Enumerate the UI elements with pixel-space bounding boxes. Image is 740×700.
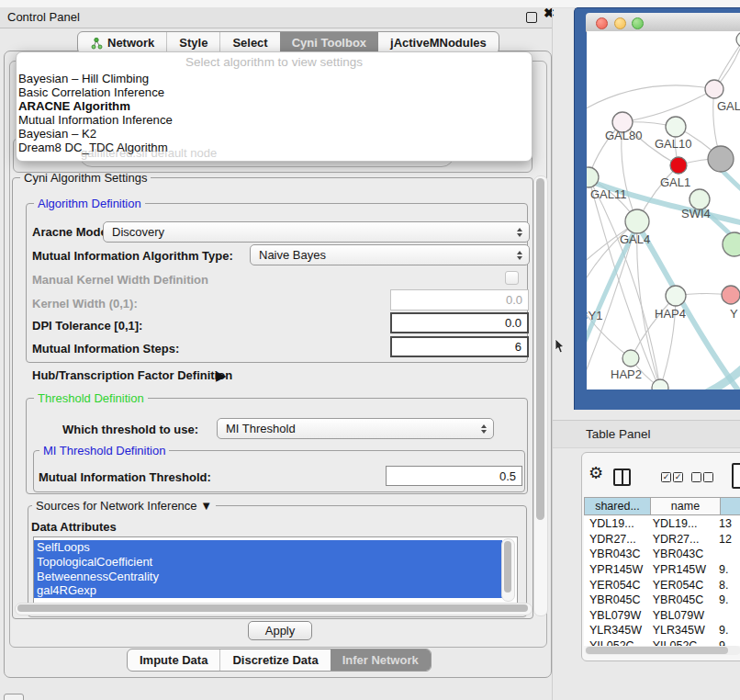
deselect-checkbox-icon2[interactable]	[703, 472, 713, 482]
table-cell: YDL19...	[584, 517, 647, 530]
sources-collapse-arrow-icon[interactable]: ▼	[200, 499, 212, 513]
settings-hscroll-track[interactable]	[15, 603, 533, 615]
table-row[interactable]: YIL052CYIL052C9.	[584, 638, 740, 646]
combo-arrows-icon	[517, 228, 522, 237]
table-cell: YPR145W	[647, 563, 713, 576]
network-node-top[interactable]	[736, 32, 740, 47]
tab-discretize-data-label: Discretize Data	[232, 653, 318, 667]
mi-steps-input[interactable]: 6	[390, 336, 529, 357]
aracne-mode-combo[interactable]: Discovery	[103, 221, 530, 243]
network-edge	[622, 89, 714, 122]
mi-threshold-input[interactable]: 0.5	[386, 466, 522, 486]
select-all-checkbox-icon2[interactable]: ✓	[673, 472, 683, 482]
column-header-shared[interactable]: shared...	[584, 497, 651, 515]
cyni-settings-title: Cyni Algorithm Settings	[20, 171, 151, 185]
threshold-definition-title: Threshold Definition	[34, 391, 148, 405]
table-row[interactable]: YBR045CYBR045C9.	[584, 593, 740, 608]
settings-vscroll-track[interactable]	[533, 175, 548, 616]
network-node-hap2[interactable]	[622, 350, 639, 367]
tab-impute-data[interactable]: Impute Data	[128, 649, 219, 671]
attributes-vscroll-track[interactable]	[501, 538, 515, 602]
kernel-width-input[interactable]: 0.0	[390, 289, 529, 310]
panel-splitter[interactable]	[552, 7, 553, 700]
table-row[interactable]: YPR145WYPR145W9.	[584, 562, 740, 578]
attribute-list-item[interactable]: BetweennessCentrality	[34, 570, 502, 584]
table-hscroll-thumb[interactable]	[586, 647, 728, 654]
split-columns-icon[interactable]	[613, 469, 631, 486]
apply-button[interactable]: Apply	[248, 621, 312, 640]
network-node-hap4[interactable]	[666, 286, 686, 306]
tab-select[interactable]: Select	[219, 32, 279, 53]
tab-jactivemnodules[interactable]: jActiveMNodules	[378, 32, 499, 53]
algorithm-option[interactable]: Bayesian – Hill Climbing	[18, 72, 530, 85]
table-row[interactable]: YBR043CYBR043C	[584, 547, 740, 562]
attribute-list-item[interactable]: SelfLoops	[34, 540, 502, 555]
tab-network[interactable]: Network	[78, 32, 166, 53]
dpi-tolerance-input[interactable]: 0.0	[390, 312, 529, 333]
network-node-salmon[interactable]	[722, 286, 740, 304]
network-node-gal4[interactable]	[625, 209, 649, 233]
sources-title-text: Sources for Network Inference	[36, 499, 197, 513]
tab-infer-network[interactable]: Infer Network	[331, 649, 431, 671]
settings-vscroll-thumb[interactable]	[536, 178, 544, 520]
settings-hscroll-thumb[interactable]	[17, 604, 528, 612]
screen: Control Panel ✖ Network Style Select Cyn…	[0, 0, 740, 700]
network-node-biggreen[interactable]	[723, 232, 740, 256]
table-row[interactable]: YDL19...YDL19...13	[584, 516, 740, 532]
window-minimize-light[interactable]	[614, 17, 626, 29]
algorithm-option[interactable]: ARACNE Algorithm	[18, 99, 530, 113]
dropdown-ghost-text: galfiltered.sif default node	[81, 146, 217, 160]
column-header-name[interactable]: name	[651, 497, 721, 515]
network-icon	[90, 37, 103, 50]
attribute-list-item[interactable]: gal4RGexp	[34, 583, 502, 598]
float-panel-icon[interactable]	[526, 12, 537, 23]
bottom-corner-button[interactable]	[4, 694, 24, 700]
network-node-label: HAP4	[655, 307, 686, 321]
network-node-redn[interactable]	[670, 157, 687, 174]
sources-group-title: Sources for Network Inference ▼	[32, 499, 216, 513]
attribute-list-item[interactable]: TopologicalCoefficient	[34, 555, 502, 570]
data-attributes-list[interactable]: SelfLoopsTopologicalCoefficientBetweenne…	[33, 536, 518, 604]
network-node-gal7pink[interactable]	[705, 80, 723, 98]
gear-icon[interactable]: ⚙	[589, 465, 603, 481]
window-close-light[interactable]	[596, 17, 608, 29]
table-row[interactable]: YER054CYER054C8.	[584, 577, 740, 593]
tab-cyni-toolbox[interactable]: Cyni Toolbox	[280, 32, 378, 53]
network-canvas[interactable]: GALGAL80GAL10GAL1GAL11SWI4GAL4GCY1HAP4YH…	[587, 31, 740, 390]
network-node-gal10[interactable]	[666, 117, 686, 137]
algorithm-option[interactable]: Mutual Information Inference	[18, 113, 530, 127]
table-row[interactable]: YLR345WYLR345W9.	[584, 623, 740, 638]
dpi-tolerance-label: DPI Tolerance [0,1]:	[32, 319, 142, 333]
algorithm-dropdown[interactable]: Select algorithm to view settings Bayesi…	[16, 51, 533, 162]
window-zoom-light[interactable]	[632, 17, 644, 29]
network-view-window[interactable]: GALGAL80GAL10GAL1GAL11SWI4GAL4GCY1HAP4YH…	[574, 7, 740, 410]
manual-kernel-checkbox[interactable]	[505, 271, 519, 285]
which-threshold-combo[interactable]: MI Threshold	[217, 418, 494, 439]
algorithm-option[interactable]: Basic Correlation Inference	[18, 85, 530, 99]
column-header-partial[interactable]	[721, 497, 740, 515]
tab-style[interactable]: Style	[166, 32, 219, 53]
network-node-grayn[interactable]	[708, 146, 734, 172]
network-node-label: HAP2	[611, 367, 642, 381]
network-window-titlebar[interactable]	[586, 13, 740, 32]
deselect-checkbox-icon[interactable]	[691, 472, 701, 482]
combo-arrows-icon	[481, 424, 487, 434]
select-all-checkbox-icon[interactable]: ✓	[661, 472, 671, 482]
hub-expand-arrow-icon[interactable]: ▶	[216, 367, 227, 384]
network-edge	[631, 296, 676, 358]
mi-type-combo[interactable]: Naive Bayes	[250, 244, 530, 265]
algorithm-option[interactable]: Bayesian – K2	[18, 127, 530, 141]
attributes-vscroll-thumb[interactable]	[504, 541, 511, 593]
hub-definition-label: Hub/Transcription Factor Definition	[32, 368, 232, 382]
table-cell: 9.	[713, 639, 740, 646]
tab-infer-network-label: Infer Network	[342, 653, 419, 667]
network-node-label: GAL80	[605, 129, 642, 142]
table-cell: YBR043C	[584, 548, 647, 560]
new-column-icon[interactable]	[732, 463, 740, 489]
tab-discretize-data[interactable]: Discretize Data	[219, 649, 330, 671]
table-hscroll-track[interactable]	[585, 646, 740, 655]
table-row[interactable]: YDR27...YDR27...12	[584, 532, 740, 548]
table-row[interactable]: YBL079WYBL079W	[584, 608, 740, 624]
network-node-label: GAL	[717, 99, 740, 113]
network-node-bottom[interactable]	[652, 379, 668, 390]
